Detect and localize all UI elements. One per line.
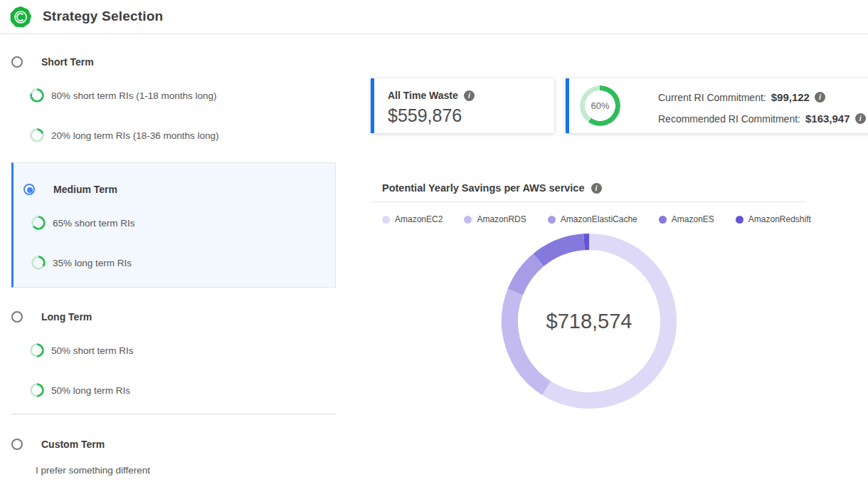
progress-ring-icon <box>30 383 44 397</box>
recommended-commitment-label: Recommended RI Commitment: <box>658 113 800 125</box>
legend-item-amazonredshift[interactable]: AmazonRedshift <box>736 214 811 224</box>
option-text: 80% short term RIs (1-18 months long) <box>51 90 217 101</box>
medium-term-option-1: 65% short term RIs <box>31 216 135 230</box>
radio-short-term[interactable] <box>11 56 23 68</box>
strategy-long-term[interactable]: Long Term <box>11 311 92 323</box>
radio-long-term[interactable] <box>11 311 23 323</box>
short-term-option-1: 80% short term RIs (1-18 months long) <box>30 88 217 103</box>
option-text: 20% long term RIs (18-36 months long) <box>51 130 219 141</box>
legend-dot-icon <box>659 216 667 224</box>
medium-term-option-2: 35% long term RIs <box>31 256 132 270</box>
strategy-custom-term[interactable]: Custom Term <box>11 439 105 450</box>
strategy-label: Short Term <box>41 56 94 68</box>
chart-title: Potential Yearly Savings per AWS service <box>382 182 585 194</box>
legend-label: AmazonElastiCache <box>561 214 637 224</box>
progress-ring-icon <box>30 128 44 142</box>
legend-dot-icon <box>736 216 743 224</box>
option-text: 35% long term RIs <box>53 258 132 268</box>
all-time-waste-card: All Time Waste i $559,876 <box>371 78 554 133</box>
strategy-selection-page: Strategy Selection Short Term 80% short … <box>0 0 868 492</box>
option-text: 50% long term RIs <box>51 385 130 396</box>
progress-ring-icon <box>30 343 44 357</box>
recommended-commitment-row: Recommended RI Commitment: $163,947 i <box>658 112 866 125</box>
strategy-short-term[interactable]: Short Term <box>11 56 94 68</box>
donut-center-total: $718,574 <box>501 233 677 409</box>
long-term-option-1: 50% short term RIs <box>30 343 134 357</box>
legend-item-amazonelasticache[interactable]: AmazonElastiCache <box>548 214 637 224</box>
legend-dot-icon <box>464 216 472 224</box>
section-divider <box>11 414 336 414</box>
option-text: 50% short term RIs <box>51 345 134 356</box>
radio-medium-term[interactable] <box>23 184 35 195</box>
info-icon[interactable]: i <box>464 90 475 101</box>
strategy-medium-term[interactable]: Medium Term <box>23 184 117 195</box>
current-commitment-label: Current RI Commitment: <box>658 92 766 103</box>
strategy-label: Custom Term <box>41 439 105 450</box>
option-text: 65% short term RIs <box>53 218 135 229</box>
gauge-percent-label: 60% <box>580 85 620 126</box>
ri-commitment-card: 60% Current RI Commitment: $99,122 i Rec… <box>566 78 868 133</box>
legend-item-amazonec2[interactable]: AmazonEC2 <box>382 214 443 224</box>
waste-card-label: All Time Waste <box>388 90 458 101</box>
legend-label: AmazonES <box>672 214 714 224</box>
info-icon[interactable]: i <box>815 92 825 103</box>
app-header: Strategy Selection <box>0 0 868 34</box>
radio-custom-term[interactable] <box>11 439 23 450</box>
chart-divider <box>373 201 806 202</box>
chart-legend: AmazonEC2 AmazonRDS AmazonElastiCache Am… <box>382 214 811 224</box>
progress-ring-icon <box>30 88 44 103</box>
waste-card-value: $559,876 <box>388 105 462 126</box>
savings-donut-chart[interactable]: $718,574 <box>501 233 677 409</box>
legend-dot-icon <box>548 216 556 224</box>
legend-label: AmazonRedshift <box>748 214 811 224</box>
recommended-commitment-value: $163,947 <box>805 112 850 125</box>
page-title: Strategy Selection <box>43 9 163 24</box>
strategy-label: Long Term <box>41 311 92 323</box>
legend-item-amazones[interactable]: AmazonES <box>659 214 714 224</box>
long-term-option-2: 50% long term RIs <box>30 383 130 397</box>
legend-dot-icon <box>382 216 390 224</box>
strategy-label: Medium Term <box>53 184 117 195</box>
info-icon[interactable]: i <box>855 113 866 124</box>
brand-logo-icon <box>10 6 31 28</box>
custom-term-description: I prefer something different <box>36 465 150 476</box>
legend-label: AmazonEC2 <box>395 214 443 224</box>
info-icon[interactable]: i <box>591 183 602 194</box>
current-commitment-row: Current RI Commitment: $99,122 i <box>658 91 825 103</box>
current-commitment-value: $99,122 <box>771 91 810 103</box>
progress-ring-icon <box>31 216 46 230</box>
savings-chart-card: Potential Yearly Savings per AWS service… <box>373 174 806 492</box>
short-term-option-2: 20% long term RIs (18-36 months long) <box>30 128 219 142</box>
legend-label: AmazonRDS <box>477 214 526 224</box>
legend-item-amazonrds[interactable]: AmazonRDS <box>464 214 526 224</box>
progress-ring-icon <box>31 256 46 270</box>
